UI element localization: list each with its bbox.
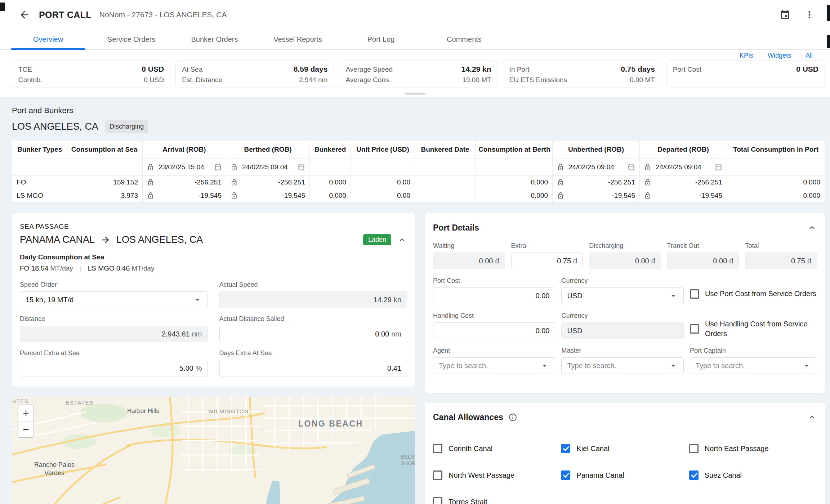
bunkered-cell[interactable]: 0.000 — [310, 189, 351, 202]
lock-icon[interactable] — [644, 179, 651, 186]
zoom-in-button[interactable]: + — [18, 405, 34, 421]
port-cost-currency-select[interactable]: USD — [561, 287, 683, 304]
panel-drag-handle[interactable] — [405, 93, 425, 95]
port-captain-search-input[interactable]: Type to search. — [690, 357, 817, 374]
calendar-icon[interactable] — [715, 164, 722, 171]
lock-icon[interactable] — [557, 164, 564, 171]
unberthed-rob-cell[interactable]: -256.251 — [553, 176, 640, 189]
departed-date-picker[interactable]: 24/02/25 09:04 — [643, 163, 724, 171]
calendar-icon[interactable] — [298, 164, 305, 171]
unit-price-cell[interactable]: 0.00 — [351, 176, 415, 189]
chevron-down-icon — [669, 291, 678, 300]
days-extra-input[interactable]: 0.41 — [219, 360, 407, 376]
calendar-icon[interactable] — [214, 164, 222, 171]
info-icon[interactable] — [508, 413, 517, 422]
widgets-link[interactable]: Widgets — [768, 52, 791, 59]
distance-input: 2,943.61nm — [20, 326, 208, 342]
handling-cost-input[interactable]: 0.00 — [433, 322, 555, 339]
tab-service-orders[interactable]: Service Orders — [94, 30, 169, 49]
kpi-sub-label: Average Cons. — [345, 76, 391, 84]
agent-search-input[interactable]: Type to search. — [433, 357, 555, 374]
map-label: WILMINGTON — [208, 408, 249, 414]
collapse-sea-passage-button[interactable] — [397, 235, 407, 245]
all-link[interactable]: All — [806, 52, 813, 59]
lock-icon[interactable] — [231, 164, 238, 171]
tab-vessel-reports[interactable]: Vessel Reports — [260, 30, 335, 49]
canal-option-panama[interactable]: Panama Canal — [561, 470, 689, 480]
sea-passage-card: SEA PASSAGE PANAMA CANAL LOS ANGELES, CA… — [12, 213, 415, 387]
actual-distance-input[interactable]: 0.00nm — [219, 326, 407, 342]
berthed-rob-cell[interactable]: -256.251 — [226, 176, 310, 189]
canal-option-corinth[interactable]: Corinth Canal — [433, 444, 561, 453]
lock-icon[interactable] — [557, 192, 564, 199]
tab-overview[interactable]: Overview — [11, 30, 85, 49]
port-details-title: Port Details — [433, 223, 479, 233]
berthed-date-picker[interactable]: 24/02/25 09:04 — [229, 163, 307, 171]
collapse-canal-allowances-button[interactable] — [807, 412, 817, 422]
canal-option-torres-strait[interactable]: Torres Strait — [433, 497, 561, 504]
kpi-value: 0.75 days — [621, 65, 655, 73]
master-search-input[interactable]: Type to search. — [561, 357, 683, 374]
panama-canal-checkbox[interactable] — [561, 470, 570, 480]
lock-icon[interactable] — [231, 192, 238, 199]
lock-icon[interactable] — [231, 179, 238, 186]
departed-rob-cell[interactable]: -19.545 — [640, 189, 727, 202]
unberthed-date-picker[interactable]: 24/02/25 09:04 — [555, 163, 637, 171]
use-handling-cost-checkbox[interactable] — [690, 324, 699, 334]
torres-strait-checkbox[interactable] — [433, 497, 442, 504]
extra-input[interactable]: 0.75d — [511, 253, 583, 269]
calendar-icon[interactable] — [780, 9, 790, 20]
departed-rob-cell[interactable]: -256.251 — [640, 176, 727, 189]
tab-bunker-orders[interactable]: Bunker Orders — [177, 30, 252, 49]
north-east-passage-checkbox[interactable] — [689, 444, 699, 453]
arrival-rob-cell[interactable]: -19.545 — [143, 189, 226, 202]
use-port-cost-option[interactable]: Use Port Cost from Service Orders — [690, 277, 817, 304]
chevron-down-icon — [669, 361, 678, 370]
zoom-out-button[interactable]: − — [18, 421, 34, 437]
back-button[interactable] — [17, 7, 32, 23]
table-date-row: 23/02/25 15:04 24/02/25 09:04 24/02/25 0… — [12, 159, 825, 176]
tab-comments[interactable]: Comments — [427, 30, 501, 49]
bunkered-date-cell[interactable] — [415, 189, 476, 202]
kiel-canal-checkbox[interactable] — [561, 444, 570, 453]
lock-icon[interactable] — [644, 192, 651, 199]
canal-option-kiel[interactable]: Kiel Canal — [561, 444, 689, 453]
kpi-value: 0 USD — [142, 65, 164, 73]
kpi-sub-value: 2,944 nm — [299, 76, 327, 84]
lock-icon[interactable] — [557, 179, 564, 186]
kpi-card-average-speed: Average Speed14.29 kn Average Cons.19.00… — [339, 61, 497, 88]
port-details-card: Port Details Waiting 0.00d Extra 0.75d D… — [425, 213, 825, 393]
extra-field: Extra 0.75d — [511, 242, 583, 269]
canal-option-north-west-passage[interactable]: North West Passage — [433, 470, 561, 480]
port-cost-input[interactable]: 0.00 — [433, 287, 555, 304]
kebab-menu-icon[interactable] — [804, 9, 815, 20]
sea-passage-map[interactable]: ATES ESTATES Harbor Hills WILMINGTON LON… — [12, 397, 415, 504]
suez-canal-checkbox[interactable] — [689, 470, 699, 480]
arrival-date-picker[interactable]: 23/02/25 15:04 — [146, 163, 223, 171]
lock-icon[interactable] — [147, 164, 154, 171]
unit-price-cell[interactable]: 0.00 — [351, 189, 415, 202]
bunkered-cell[interactable]: 0.000 — [310, 176, 351, 189]
calendar-icon[interactable] — [628, 164, 635, 171]
kpis-link[interactable]: KPIs — [740, 52, 753, 59]
canal-option-north-east-passage[interactable]: North East Passage — [689, 444, 817, 453]
lock-icon[interactable] — [644, 164, 651, 171]
arrival-rob-cell[interactable]: -256.251 — [143, 176, 226, 189]
corinth-canal-checkbox[interactable] — [433, 444, 442, 453]
total-input: 0.75d — [745, 253, 817, 269]
lock-icon[interactable] — [147, 179, 154, 186]
north-west-passage-checkbox[interactable] — [433, 470, 442, 480]
use-port-cost-checkbox[interactable] — [690, 289, 699, 299]
use-port-cost-label: Use Port Cost from Service Orders — [705, 289, 816, 299]
unberthed-rob-cell[interactable]: -19.545 — [553, 189, 640, 202]
percent-extra-input[interactable]: 5.00% — [20, 360, 208, 376]
berthed-rob-cell[interactable]: -19.545 — [226, 189, 310, 202]
tab-port-log[interactable]: Port Log — [344, 30, 418, 49]
canal-option-suez[interactable]: Suez Canal — [689, 470, 817, 480]
bunkered-date-cell[interactable] — [415, 176, 476, 189]
use-handling-cost-option[interactable]: Use Handling Cost from Service Orders — [690, 312, 817, 339]
speed-order-select[interactable]: 15 kn, 19 MT/d — [20, 291, 208, 308]
lock-icon[interactable] — [147, 192, 154, 199]
collapse-port-details-button[interactable] — [807, 223, 817, 233]
view-links: KPIs Widgets All — [0, 50, 830, 60]
